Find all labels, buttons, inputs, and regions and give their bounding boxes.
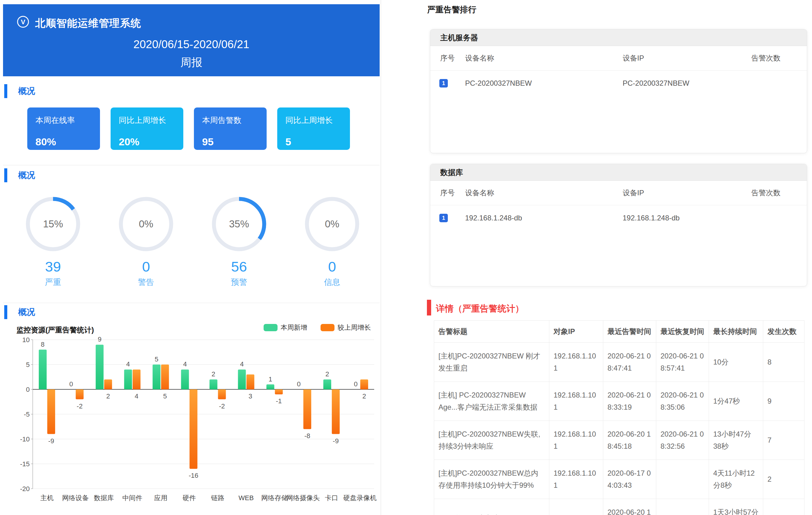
y-tick-label: 10: [22, 336, 30, 344]
app-title: 北顺智能运维管理系统: [35, 17, 141, 30]
column-header: 告警次数: [751, 188, 807, 198]
cell-occurrences: 7: [763, 421, 805, 460]
bar-growth: [246, 374, 254, 389]
donut-svg: 0%: [117, 195, 175, 253]
y-tick-label: -20: [20, 485, 30, 493]
cell-occurrences: 4: [763, 499, 805, 515]
donut-svg: 0%: [303, 195, 361, 253]
donut-svg: 35%: [210, 195, 268, 253]
bar-new: [124, 369, 132, 389]
bar-value-label: 2: [106, 392, 110, 400]
cell-device-ip: 192.168.1.248-db: [622, 214, 751, 222]
donut-gauge: 15%39严重: [24, 195, 82, 287]
x-category-label: WEB: [238, 494, 254, 502]
bar-growth: [190, 389, 198, 469]
donut-gauge: 0%0信息: [303, 195, 361, 287]
cell-target-ip: 192.168.1.101: [549, 343, 603, 382]
y-tick-label: -5: [24, 411, 30, 418]
cell-last-recovery-time: [656, 499, 709, 515]
bar-new: [153, 365, 161, 389]
bar-value-label: 4: [240, 360, 243, 368]
donut-label: 信息: [303, 277, 361, 287]
stat-card: 同比上周增长5: [277, 108, 350, 150]
bar-value-label: 4: [126, 360, 130, 368]
stat-card-label: 本周告警数: [202, 115, 267, 126]
bar-growth: [303, 389, 311, 429]
bar-growth: [161, 365, 169, 389]
bar-growth: [275, 389, 283, 394]
column-header: 设备IP: [622, 53, 751, 63]
legend-label: 本周新增: [281, 324, 307, 331]
stat-card-label: 本周在线率: [35, 115, 100, 126]
bar-value-label: -1: [276, 397, 282, 405]
bar-value-label: 0: [354, 380, 357, 388]
bar-value-label: -9: [48, 437, 54, 445]
x-category-label: 网络摄像头: [286, 494, 320, 502]
x-category-label: 硬件: [183, 494, 196, 502]
cell-last-recovery-time: 2020-06-21 08:32:56: [656, 421, 709, 460]
x-category-label: 卡口: [325, 494, 338, 502]
bar-new: [96, 344, 104, 389]
cell-occurrences: 8: [763, 343, 805, 382]
device-table-headers: 序号设备名称设备IP告警次数: [430, 181, 807, 205]
bar-value-label: 8: [41, 341, 45, 348]
stat-card-value: 95: [202, 136, 267, 148]
bar-value-label: 3: [249, 392, 252, 400]
x-category-label: 应用: [154, 494, 168, 502]
donut-label: 严重: [24, 277, 82, 287]
stat-card-label: 同比上周增长: [119, 115, 183, 126]
detail-accent-bar: [427, 300, 431, 315]
bar-value-label: -2: [77, 402, 83, 410]
stat-card: 本周在线率80%: [27, 108, 100, 150]
cell-occurrences: 2: [763, 460, 805, 499]
cell-last-alert-time: 2020-06-17 04:03:43: [603, 460, 656, 499]
bar-growth: [218, 389, 226, 399]
alert-detail-table: 告警标题对象IP最近告警时间最近恢复时间最长持续时间发生次数 [主机]PC-20…: [434, 320, 805, 515]
stat-card-value: 80%: [35, 136, 100, 148]
donut-percent: 0%: [325, 218, 339, 230]
stat-card-label: 同比上周增长: [285, 115, 350, 126]
x-category-label: 中间件: [122, 494, 142, 502]
x-category-label: 硬盘录像机: [343, 494, 377, 502]
bar-value-label: -8: [304, 432, 310, 440]
legend-label: 较上周增长: [338, 324, 371, 331]
cell-max-duration: 10分: [709, 343, 763, 382]
bar-value-label: 2: [211, 370, 215, 378]
cell-target-ip: 192.168.1.101: [549, 421, 603, 460]
section-header-overview-1: 概况: [4, 84, 35, 98]
report-date-range: 2020/06/15-2020/06/21: [3, 38, 380, 51]
column-header: 设备名称: [465, 188, 622, 198]
donut-ring: 0%: [303, 195, 361, 253]
cell-alert-title: 66 网络摄像头离线: [434, 499, 549, 515]
bar-growth: [133, 369, 141, 389]
bar-value-label: 5: [163, 392, 167, 400]
cell-last-recovery-time: 2020-06-21 08:35:06: [656, 382, 709, 421]
bar-growth: [47, 389, 55, 434]
cell-alert-title: [主机]PC-20200327NBEW失联,持续3分钟未响应: [434, 421, 549, 460]
section-header-overview-2: 概况: [4, 168, 35, 182]
column-header: 设备名称: [465, 53, 622, 63]
bar-new: [181, 369, 189, 389]
donut-ring: 0%: [117, 195, 175, 253]
table-row: [主机]PC-20200327NBEW 刚才发生重启192.168.1.1012…: [434, 343, 805, 382]
donut-ring: 35%: [210, 195, 268, 253]
table-row: 66 网络摄像头离线192.168.1.662020-06-20 11:18:2…: [434, 499, 805, 515]
device-table-title: 数据库: [440, 168, 463, 177]
cell-max-duration: 1分47秒: [709, 382, 763, 421]
cell-last-recovery-time: [656, 460, 709, 499]
cell-last-alert-time: 2020-06-20 18:45:18: [603, 421, 656, 460]
donut-label: 预警: [210, 277, 268, 287]
donut-label: 警告: [117, 277, 175, 287]
cell-device-name: 192.168.1.248-db: [465, 214, 622, 222]
column-header: 最近告警时间: [603, 321, 656, 343]
donut-value: 39: [24, 258, 82, 275]
cell-alert-title: [主机]PC-20200327NBEW 刚才发生重启: [434, 343, 549, 382]
column-header: 最近恢复时间: [656, 321, 709, 343]
device-table-strip: 主机服务器: [430, 29, 807, 46]
table-row: [主机]PC-20200327NBEW总内存使用率持续10分钟大于99%192.…: [434, 460, 805, 499]
cell-index: 1: [430, 79, 465, 88]
column-header: 对象IP: [549, 321, 603, 343]
cell-max-duration: 13小时47分38秒: [709, 421, 763, 460]
donut-value: 56: [210, 258, 268, 275]
donut-value: 0: [117, 258, 175, 275]
